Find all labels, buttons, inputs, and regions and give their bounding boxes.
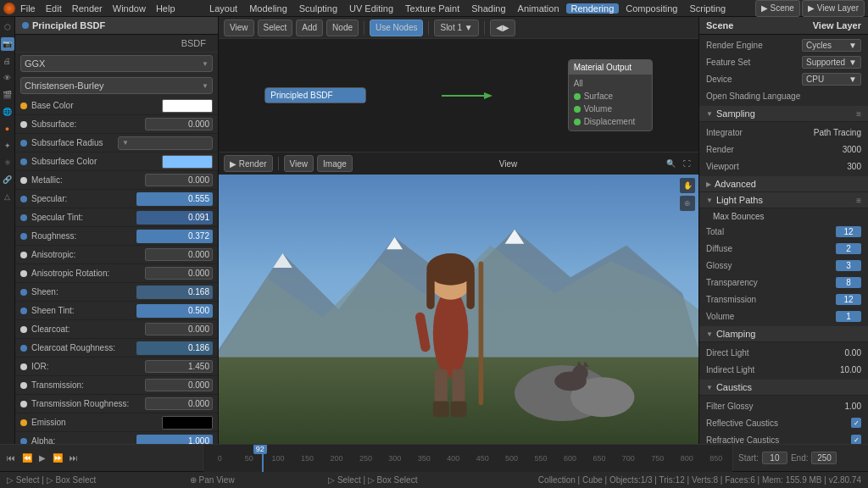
prop-clearcoat[interactable]: Clearcoat: <box>15 320 218 339</box>
prop-alpha[interactable]: Alpha: 1.000 <box>15 432 218 444</box>
bounce-transmission-value[interactable]: 12 <box>836 294 861 305</box>
sheen-tint-bar[interactable]: 0.500 <box>136 304 213 318</box>
tab-layout[interactable]: Layout <box>204 3 242 14</box>
prop-sheen-tint[interactable]: Sheen Tint: 0.500 <box>15 302 218 320</box>
caustics-section-header[interactable]: ▼ Caustics <box>699 380 868 396</box>
tab-sculpting[interactable]: Sculpting <box>294 3 342 14</box>
bounce-transparency-value[interactable]: 8 <box>836 277 861 288</box>
icon-view[interactable]: 👁 <box>1 71 14 85</box>
prop-transmission-roughness[interactable]: Transmission Roughness: <box>15 395 218 413</box>
render-samples-value[interactable]: 3000 <box>843 145 861 154</box>
end-frame-input[interactable] <box>811 452 837 464</box>
feature-set-dropdown[interactable]: Supported ▼ <box>802 56 861 69</box>
material-output-node[interactable]: Material Output All Surface Volume <box>568 59 653 131</box>
icon-material[interactable]: ● <box>1 122 14 136</box>
prop-subsurface-color[interactable]: Subsurface Color <box>15 152 218 171</box>
prop-subsurface[interactable]: Subsurface: <box>15 115 218 134</box>
prop-clearcoat-roughness[interactable]: Clearcoat Roughness: 0.186 <box>15 339 218 358</box>
light-paths-menu-icon[interactable]: ≡ <box>856 196 861 205</box>
icon-world[interactable]: 🌐 <box>1 105 14 119</box>
prop-base-color[interactable]: Base Color <box>15 97 218 115</box>
bounce-diffuse-value[interactable]: 2 <box>836 243 861 254</box>
filter-glossy-value[interactable]: 1.00 <box>845 402 861 411</box>
prop-roughness[interactable]: Roughness: 0.372 <box>15 227 218 246</box>
light-paths-section-header[interactable]: ▼ Light Paths ≡ <box>699 192 868 208</box>
prop-input-transmission[interactable] <box>145 379 213 391</box>
node-node-btn[interactable]: Node <box>326 19 359 36</box>
icon-output[interactable]: 🖨 <box>1 54 14 68</box>
distribution-dropdown[interactable]: GGX ▼ <box>20 55 213 72</box>
tab-shading[interactable]: Shading <box>466 3 510 14</box>
view-layer-selector[interactable]: ▶ View Layer <box>802 0 865 17</box>
subsurface-method-dropdown-row[interactable]: Christensen-Burley ▼ <box>15 75 218 97</box>
node-add-btn[interactable]: Add <box>296 19 323 36</box>
sampling-section-header[interactable]: ▼ Sampling ≡ <box>699 106 868 122</box>
hand-icon[interactable]: ✋ <box>680 178 695 193</box>
icon-scene[interactable]: 🎬 <box>1 88 14 102</box>
node-slot-btn[interactable]: Slot 1 ▼ <box>434 19 478 36</box>
end-btn[interactable]: ⏭ <box>68 452 80 464</box>
icon-render[interactable]: 📷 <box>1 37 14 51</box>
node-select-btn[interactable]: Select <box>258 19 293 36</box>
menu-window[interactable]: Window <box>108 3 151 14</box>
icon-particles[interactable]: ✦ <box>1 139 14 152</box>
prop-input-subsurface[interactable] <box>145 118 213 130</box>
start-frame-input[interactable] <box>762 452 787 464</box>
prop-transmission[interactable]: Transmission: <box>15 376 218 395</box>
prop-sheen[interactable]: Sheen: 0.168 <box>15 283 218 302</box>
base-color-swatch[interactable] <box>162 99 213 113</box>
direct-light-value[interactable]: 0.00 <box>845 348 861 358</box>
prop-input-anisotropic[interactable] <box>145 248 213 261</box>
prop-ior[interactable]: IOR: <box>15 358 218 376</box>
reflective-caustics-checkbox[interactable]: ✓ <box>851 418 861 428</box>
cc-roughness-bar[interactable]: 0.186 <box>136 341 213 355</box>
timeline-ruler[interactable]: 0 50 100 150 200 250 300 350 400 450 500… <box>203 445 732 472</box>
indirect-light-value[interactable]: 10.00 <box>840 365 861 374</box>
menu-render[interactable]: Render <box>67 3 108 14</box>
specular-bar[interactable]: 0.555 <box>136 192 213 206</box>
tab-compositing[interactable]: Compositing <box>620 3 682 14</box>
prop-input-ior[interactable] <box>145 360 213 373</box>
clamping-section-header[interactable]: ▼ Clamping <box>699 326 868 342</box>
orbit-icon[interactable]: ⊕ <box>680 196 695 211</box>
distribution-dropdown-row[interactable]: GGX ▼ <box>15 53 218 75</box>
emission-swatch[interactable] <box>162 416 213 430</box>
prev-frame-btn[interactable]: ⏪ <box>20 452 34 464</box>
prop-input-aniso-rot[interactable] <box>145 267 213 280</box>
principled-bsdf-node[interactable]: Principled BSDF <box>264 87 366 103</box>
ss-radius-dropdown[interactable]: ▼ <box>118 136 213 150</box>
icon-data[interactable]: △ <box>1 190 14 203</box>
bounce-volume-value[interactable]: 1 <box>836 311 861 322</box>
device-dropdown[interactable]: CPU ▼ <box>802 73 861 86</box>
prop-specular[interactable]: Specular: 0.555 <box>15 190 218 208</box>
viewport-samples-value[interactable]: 300 <box>847 162 861 171</box>
menu-file[interactable]: File <box>15 3 41 14</box>
roughness-bar[interactable]: 0.372 <box>136 230 213 243</box>
prop-input-metallic[interactable] <box>145 174 213 186</box>
icon-physics[interactable]: ⚛ <box>1 156 14 169</box>
prop-metallic[interactable]: Metallic: <box>15 171 218 190</box>
scene-selector[interactable]: ▶ Scene <box>755 0 800 17</box>
tab-scripting[interactable]: Scripting <box>684 3 731 14</box>
menu-help[interactable]: Help <box>151 3 181 14</box>
alpha-bar[interactable]: 1.000 <box>136 435 213 445</box>
ss-color-swatch[interactable] <box>162 155 213 169</box>
prop-emission[interactable]: Emission <box>15 413 218 432</box>
prop-specular-tint[interactable]: Specular Tint: 0.091 <box>15 208 218 227</box>
tab-texture-paint[interactable]: Texture Paint <box>400 3 465 14</box>
prop-anisotropic-rotation[interactable]: Anisotropic Rotation: <box>15 264 218 283</box>
bounce-total-value[interactable]: 12 <box>836 226 861 237</box>
render-engine-dropdown[interactable]: Cycles ▼ <box>802 39 861 52</box>
node-view-btn[interactable]: View <box>224 19 254 36</box>
refractive-caustics-checkbox[interactable]: ✓ <box>851 435 861 444</box>
node-right-toolbar[interactable]: ◀▶ <box>490 19 515 36</box>
prop-anisotropic[interactable]: Anisotropic: <box>15 246 218 264</box>
prop-input-tr-roughness[interactable] <box>145 397 213 410</box>
node-use-nodes-btn[interactable]: Use Nodes <box>370 19 423 36</box>
tab-animation[interactable]: Animation <box>513 3 565 14</box>
viewport[interactable]: ▶ Render View Image View 🔍 ⛶ <box>219 152 698 444</box>
sheen-bar[interactable]: 0.168 <box>136 286 213 299</box>
menu-edit[interactable]: Edit <box>41 3 67 14</box>
bounce-glossy-value[interactable]: 3 <box>836 260 861 271</box>
tab-rendering[interactable]: Rendering <box>566 3 620 14</box>
